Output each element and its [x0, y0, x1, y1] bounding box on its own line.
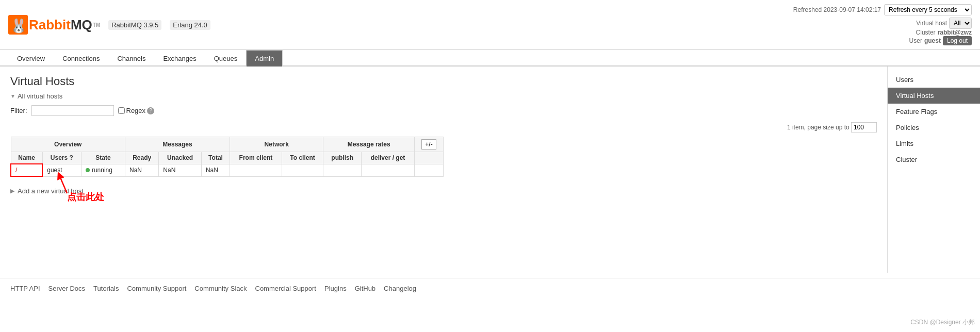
add-vhost-triangle: ▶ [10, 188, 14, 194]
pagination-row: 1 item, page size up to [10, 122, 877, 132]
refreshed-label: Refreshed 2023-09-07 14:02:17 [793, 6, 881, 13]
vhost-name-cell: / [11, 164, 42, 176]
logo-mq-text: MQ [71, 17, 92, 32]
footer-community-slack[interactable]: Community Slack [194, 285, 247, 292]
page-size-input[interactable] [851, 122, 877, 132]
nav-admin[interactable]: Admin [246, 50, 283, 67]
virtual-host-label: Virtual host [916, 20, 947, 27]
pagination-text: 1 item, page size up to [787, 124, 850, 131]
col-state: State [81, 152, 125, 164]
vhosts-table: Overview Messages Network Message rates … [10, 137, 444, 177]
sidebar-item-feature-flags[interactable]: Feature Flags [888, 104, 980, 120]
footer: HTTP API Server Docs Tutorials Community… [0, 278, 980, 298]
status-dot [86, 168, 90, 172]
group-overview: Overview [11, 137, 125, 152]
col-deliver-get: deliver / get [361, 152, 414, 164]
plus-minus-button[interactable]: +/- [421, 139, 436, 150]
sidebar-item-limits[interactable]: Limits [888, 136, 980, 152]
vhost-unacked-cell: NaN [159, 164, 202, 176]
sidebar: Users Virtual Hosts Feature Flags Polici… [887, 67, 980, 273]
filter-input[interactable] [31, 105, 114, 116]
col-from-client: From client [230, 152, 282, 164]
footer-plugins[interactable]: Plugins [324, 285, 347, 292]
main-nav: Overview Connections Channels Exchanges … [0, 50, 980, 67]
add-vhost-label: Add a new virtual host [18, 187, 84, 195]
plus-minus-cell: +/- [415, 137, 444, 152]
footer-github[interactable]: GitHub [355, 285, 375, 292]
section-label: All virtual hosts [18, 92, 62, 100]
vhost-from-client-cell [230, 164, 282, 176]
refresh-select[interactable]: Refresh every 5 seconds Refresh every 10… [884, 4, 972, 15]
sidebar-item-users[interactable]: Users [888, 72, 980, 88]
vhost-state-cell: running [81, 164, 125, 176]
erlang-version: Erlang 24.0 [170, 20, 210, 30]
table-row: / guest running NaN NaN NaN [11, 164, 444, 176]
filter-label: Filter: [10, 107, 27, 114]
add-vhost-row[interactable]: ▶ Add a new virtual host [10, 187, 84, 195]
nav-queues[interactable]: Queues [205, 50, 247, 67]
header-right: Refreshed 2023-09-07 14:02:17 Refresh ev… [793, 4, 972, 45]
col-unacked: Unacked [159, 152, 202, 164]
collapse-triangle[interactable]: ▼ [10, 93, 15, 99]
vhost-deliver-get-cell [361, 164, 414, 176]
header: 🐰 RabbitMQ TM RabbitMQ 3.9.5 Erlang 24.0… [0, 0, 980, 50]
col-users: Users ? [42, 152, 81, 164]
user-value: guest [924, 37, 941, 44]
footer-server-docs[interactable]: Server Docs [48, 285, 86, 292]
group-network: Network [230, 137, 323, 152]
footer-http-api[interactable]: HTTP API [10, 285, 40, 292]
vhost-to-client-cell [282, 164, 323, 176]
sidebar-item-policies[interactable]: Policies [888, 120, 980, 136]
logo-tm: TM [93, 22, 100, 28]
sidebar-item-cluster[interactable]: Cluster [888, 152, 980, 168]
regex-label: Regex ? [118, 107, 155, 114]
rabbit-logo-icon: 🐰 [8, 15, 28, 35]
col-empty [415, 152, 444, 164]
vhost-link[interactable]: / [15, 167, 17, 174]
footer-tutorials[interactable]: Tutorials [93, 285, 119, 292]
footer-community-support[interactable]: Community Support [127, 285, 186, 292]
col-name: Name [11, 152, 42, 164]
rabbitmq-version: RabbitMQ 3.9.5 [108, 20, 161, 30]
group-message-rates: Message rates [323, 137, 415, 152]
logo: 🐰 RabbitMQ TM [8, 15, 100, 35]
vhost-publish-cell [323, 164, 362, 176]
nav-overview[interactable]: Overview [8, 50, 54, 67]
nav-exchanges[interactable]: Exchanges [154, 50, 205, 67]
logo-rabbit-text: Rabbit [29, 17, 71, 32]
add-vhost-area: ▶ Add a new virtual host 点击此处 [10, 183, 84, 236]
vhost-ready-cell: NaN [125, 164, 158, 176]
logout-button[interactable]: Log out [943, 36, 972, 45]
vhost-users-cell: guest [42, 164, 81, 176]
filter-row: Filter: Regex ? [10, 105, 877, 116]
cluster-label: Cluster [916, 29, 936, 36]
col-to-client: To client [282, 152, 323, 164]
logo-text: RabbitMQ [29, 17, 92, 33]
vhost-extra-cell [415, 164, 444, 176]
regex-checkbox[interactable] [118, 107, 125, 114]
vhost-total-cell: NaN [201, 164, 230, 176]
logo-area: 🐰 RabbitMQ TM RabbitMQ 3.9.5 Erlang 24.0 [8, 15, 210, 35]
group-messages: Messages [125, 137, 230, 152]
regex-text: Regex [126, 107, 146, 114]
cluster-value: rabbit@zwz [938, 29, 972, 36]
col-publish: publish [323, 152, 362, 164]
page-title: Virtual Hosts [10, 75, 877, 88]
main-content: Virtual Hosts ▼ All virtual hosts Filter… [0, 67, 980, 273]
help-icon[interactable]: ? [147, 107, 154, 114]
footer-commercial-support[interactable]: Commercial Support [255, 285, 317, 292]
svg-text:🐰: 🐰 [10, 18, 27, 34]
user-label: User [909, 37, 922, 44]
col-total: Total [201, 152, 230, 164]
nav-connections[interactable]: Connections [54, 50, 108, 67]
sidebar-item-virtual-hosts[interactable]: Virtual Hosts [888, 88, 980, 104]
footer-changelog[interactable]: Changelog [384, 285, 416, 292]
content-area: Virtual Hosts ▼ All virtual hosts Filter… [0, 67, 887, 273]
virtual-host-select[interactable]: All / [949, 18, 972, 29]
col-ready: Ready [125, 152, 158, 164]
nav-channels[interactable]: Channels [108, 50, 154, 67]
section-header: ▼ All virtual hosts [10, 92, 877, 100]
